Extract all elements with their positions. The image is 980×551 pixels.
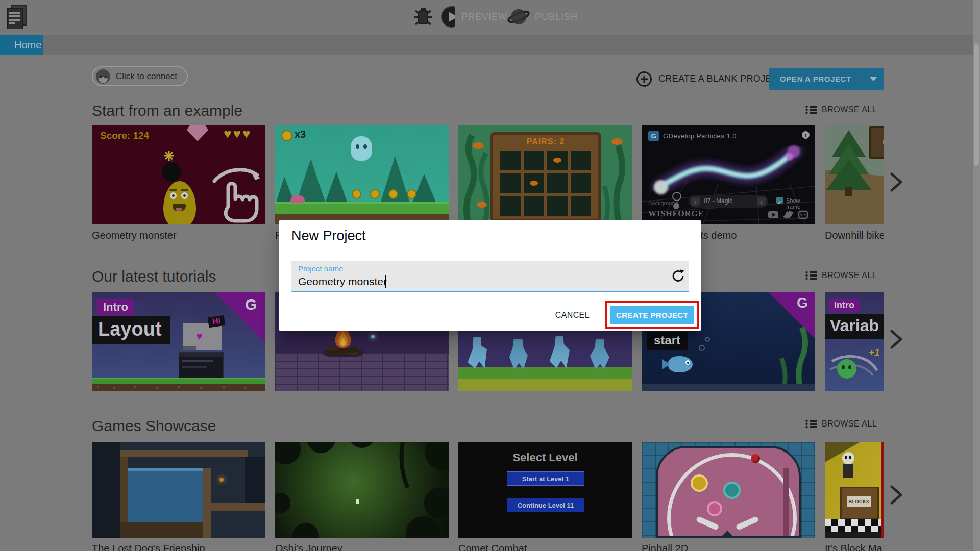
- player-character: [351, 136, 372, 161]
- refresh-icon[interactable]: [671, 269, 685, 283]
- brick-platform: [275, 353, 449, 391]
- dancer: [468, 337, 487, 368]
- browse-all-examples[interactable]: BROWSE ALL: [805, 105, 877, 114]
- example-card-downhill[interactable]: G: [825, 125, 884, 224]
- avatar-icon: [95, 69, 111, 84]
- debug-icon[interactable]: [413, 6, 433, 28]
- launch-lane: [783, 468, 789, 538]
- browse-all-label: BROWSE ALL: [822, 271, 877, 280]
- dark-floor: [825, 532, 884, 538]
- dialog-title: New Project: [291, 228, 366, 244]
- create-project-label: CREATE PROJECT: [616, 311, 688, 319]
- list-icon: [805, 419, 817, 429]
- tutorial-card-variables[interactable]: Intro Variab +1: [825, 292, 884, 391]
- level-button-2[interactable]: Continue Level 11: [507, 498, 584, 512]
- example-card-pairs[interactable]: PAIRS: 2: [458, 125, 632, 224]
- tab-home[interactable]: Home: [0, 35, 43, 55]
- publish-button[interactable]: PUBLISH: [507, 6, 579, 28]
- browse-all-label: BROWSE ALL: [822, 105, 877, 114]
- red-stripe: [881, 442, 884, 538]
- crate-label: BLOCKS: [847, 496, 871, 507]
- preview-button[interactable]: PREVIEW: [441, 6, 507, 28]
- example-label[interactable]: Geometry monster: [92, 230, 177, 241]
- open-project-divider: [863, 71, 863, 87]
- variables-badge: Variab: [825, 314, 884, 339]
- example-card-particles[interactable]: G GDevelop Particles 1.0 i Background ‹ …: [642, 125, 815, 224]
- planet-icon: [507, 6, 530, 28]
- particles-title: GDevelop Particles 1.0: [663, 132, 737, 140]
- coin: [388, 189, 398, 199]
- create-project-button[interactable]: CREATE PROJECT: [610, 306, 694, 324]
- vine-silhouettes: [275, 442, 449, 538]
- fish-character: [668, 356, 693, 372]
- color-swatch-filled[interactable]: [673, 203, 679, 209]
- game-label[interactable]: The Lost Dog's Frienship: [92, 543, 205, 551]
- browse-all-showcase[interactable]: BROWSE ALL: [805, 419, 877, 429]
- monster-character: [163, 181, 196, 224]
- browse-all-tutorials[interactable]: BROWSE ALL: [805, 271, 877, 280]
- show-frame-checkbox[interactable]: ✓: [776, 197, 783, 204]
- example-card-platformer[interactable]: x3: [275, 125, 449, 224]
- pairs-title: PAIRS: 2: [493, 137, 598, 146]
- bumper: [691, 474, 708, 492]
- project-manager-button[interactable]: [5, 5, 29, 29]
- start-text: start: [654, 333, 680, 347]
- game-label[interactable]: It's Block Ma: [825, 543, 883, 551]
- list-icon: [805, 105, 817, 114]
- scrollbar-thumb[interactable]: [974, 43, 979, 166]
- dropdown-caret-icon[interactable]: [869, 77, 877, 82]
- water-pool: [128, 468, 203, 525]
- intro-text: Intro: [103, 300, 128, 313]
- project-name-label: Project name: [298, 264, 343, 273]
- rock-pillar: [120, 457, 128, 523]
- plus-circle-icon: [636, 71, 652, 87]
- dancer: [590, 339, 609, 369]
- game-card-comet[interactable]: Select Level Start at Level 1 Continue L…: [458, 442, 632, 538]
- coin: [370, 189, 380, 199]
- cancel-button[interactable]: CANCEL: [549, 311, 590, 320]
- showcase-carousel: The Lost Dog's Frienship Oshi's Journey …: [92, 442, 884, 551]
- carousel-next-examples[interactable]: [890, 172, 903, 192]
- color-swatch-outline[interactable]: [672, 192, 681, 201]
- dancer: [508, 339, 528, 369]
- check-glyph: ✓: [777, 199, 781, 205]
- cave-shadow: [245, 457, 265, 503]
- publish-label: PUBLISH: [535, 12, 578, 22]
- example-label[interactable]: Downhill bike: [825, 230, 884, 241]
- intro-badge: Intro: [97, 299, 134, 315]
- wishforge-brand: WISHFORGE: [648, 209, 704, 218]
- game-card-lost-dog[interactable]: [92, 442, 265, 538]
- project-name-field[interactable]: Project name Geometry monster: [291, 261, 689, 292]
- prev-button[interactable]: ‹: [691, 197, 700, 206]
- game-label[interactable]: Pinball 2D: [642, 543, 688, 551]
- coin-counter-text: x3: [295, 129, 306, 140]
- text-caret: [385, 275, 386, 288]
- bomb-icon: [152, 146, 188, 182]
- checkered-floor: [825, 519, 884, 533]
- connect-button[interactable]: Click to connect: [92, 66, 188, 86]
- carousel-next-tutorials[interactable]: [890, 330, 903, 349]
- game-card-pinball[interactable]: [642, 442, 815, 538]
- preset-pill[interactable]: ‹ 07 - Magic ›: [689, 195, 768, 208]
- start-badge: start: [647, 332, 688, 350]
- game-card-blocks[interactable]: BLOCKS: [825, 442, 884, 538]
- tutorial-card-layout[interactable]: G Intro Layout ♥ Hi: [92, 292, 265, 391]
- example-card-geometry-monster[interactable]: Score: 124 ♥♥♥: [92, 125, 265, 224]
- rock-ledge: [120, 450, 248, 457]
- game-label[interactable]: Oshi's Journey: [275, 543, 342, 551]
- level-button-1-label: Start at Level 1: [522, 475, 570, 483]
- game-label[interactable]: Comet Combat: [458, 543, 527, 551]
- dirt-strip: [92, 384, 265, 391]
- create-blank-project-button[interactable]: CREATE A BLANK PROJECT: [636, 68, 784, 90]
- open-project-button[interactable]: OPEN A PROJECT: [769, 68, 884, 90]
- game-card-oshi[interactable]: [275, 442, 449, 538]
- character-body: [843, 464, 853, 478]
- next-button[interactable]: ›: [757, 197, 766, 206]
- level-button-1[interactable]: Start at Level 1: [507, 471, 584, 486]
- carousel-next-showcase[interactable]: [890, 485, 903, 505]
- project-name-value[interactable]: Geometry monster: [298, 276, 387, 288]
- banner-logo-g: G: [797, 295, 808, 311]
- hearts-icon: ♥♥♥: [224, 126, 252, 142]
- rock-floor: [120, 522, 203, 538]
- info-icon[interactable]: i: [802, 131, 810, 139]
